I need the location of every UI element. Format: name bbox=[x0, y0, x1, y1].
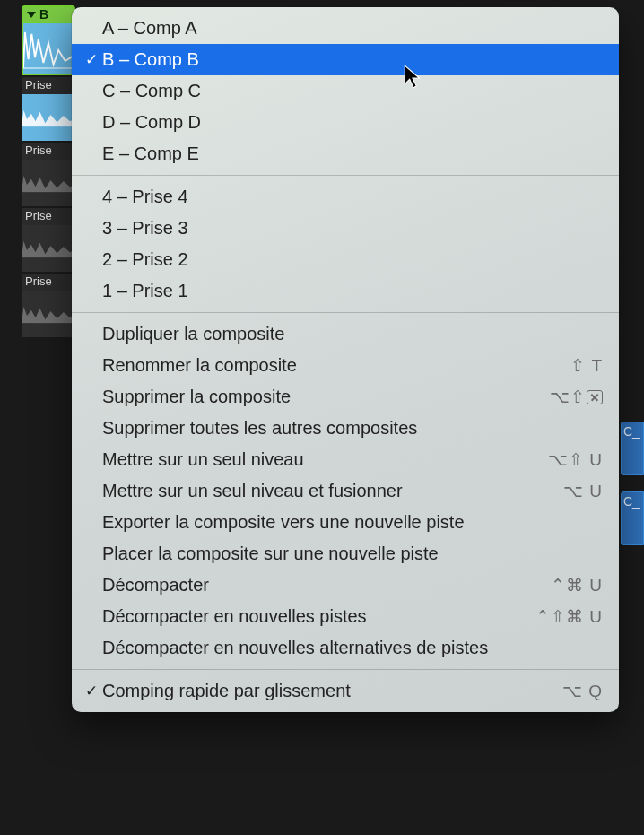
arrange-regions: C_ C_ bbox=[621, 422, 644, 561]
menu-item-label: A – Comp A bbox=[102, 18, 603, 39]
menu-item-move-comp-new-track[interactable]: Placer la composite sur une nouvelle pis… bbox=[72, 538, 619, 570]
menu-divider bbox=[72, 312, 619, 313]
menu-item-comp-b[interactable]: ✓ B – Comp B bbox=[72, 44, 619, 75]
take-waveform[interactable] bbox=[22, 94, 75, 141]
menu-item-label: C – Comp C bbox=[102, 81, 603, 101]
menu-item-label: Comping rapide par glissement bbox=[102, 681, 562, 701]
menu-item-flatten[interactable]: Mettre sur un seul niveau ⌥⇧ U bbox=[72, 444, 619, 475]
take-waveform[interactable] bbox=[22, 291, 75, 337]
menu-item-rename-comp[interactable]: Renommer la composite ⇧ T bbox=[72, 350, 619, 381]
waveform-icon bbox=[22, 239, 75, 258]
audio-region[interactable]: C_ bbox=[621, 422, 644, 475]
check-icon: ✓ bbox=[81, 50, 102, 69]
comp-waveform[interactable] bbox=[22, 23, 75, 75]
menu-item-unpack-new-alternatives[interactable]: Décompacter en nouvelles alternatives de… bbox=[72, 632, 619, 664]
menu-item-label: B – Comp B bbox=[102, 49, 603, 70]
shortcut-label: ⌥ Q bbox=[562, 681, 603, 701]
menu-item-take-3[interactable]: 3 – Prise 3 bbox=[72, 213, 619, 244]
menu-item-label: Mettre sur un seul niveau bbox=[102, 449, 548, 470]
shortcut-label: ⌥⇧ bbox=[550, 387, 603, 407]
menu-item-export-comp-new-track[interactable]: Exporter la composite vers une nouvelle … bbox=[72, 507, 619, 538]
waveform-icon bbox=[22, 109, 75, 127]
menu-item-label: 4 – Prise 4 bbox=[102, 187, 603, 207]
menu-item-duplicate-comp[interactable]: Dupliquer la composite bbox=[72, 318, 619, 350]
menu-item-label: 2 – Prise 2 bbox=[102, 249, 603, 270]
menu-item-label: Mettre sur un seul niveau et fusionner bbox=[102, 481, 563, 501]
menu-item-take-1[interactable]: 1 – Prise 1 bbox=[72, 275, 619, 307]
menu-item-label: Décompacter en nouvelles pistes bbox=[102, 606, 535, 627]
region-label: C_ bbox=[623, 494, 640, 509]
menu-item-label: D – Comp D bbox=[102, 112, 603, 133]
menu-item-label: 1 – Prise 1 bbox=[102, 281, 603, 301]
take-row[interactable]: Prise bbox=[22, 208, 75, 272]
menu-item-label: Renommer la composite bbox=[102, 355, 570, 376]
menu-item-delete-other-comps[interactable]: Supprimer toutes les autres composites bbox=[72, 413, 619, 444]
shortcut-label: ⇧ T bbox=[570, 355, 603, 376]
menu-item-label: E – Comp E bbox=[102, 144, 603, 164]
audio-region[interactable]: C_ bbox=[621, 491, 644, 545]
shortcut-label: ⌥⇧ U bbox=[548, 449, 603, 470]
take-row[interactable]: Prise bbox=[22, 274, 75, 337]
take-label: Prise bbox=[22, 274, 75, 291]
menu-item-label: Placer la composite sur une nouvelle pis… bbox=[102, 544, 603, 564]
menu-item-unpack[interactable]: Décompacter ⌃⌘ U bbox=[72, 570, 619, 601]
take-waveform[interactable] bbox=[22, 160, 75, 206]
take-folder-context-menu: A – Comp A ✓ B – Comp B C – Comp C D – C… bbox=[72, 7, 619, 712]
take-row[interactable]: Prise bbox=[22, 77, 75, 141]
take-row[interactable]: Prise bbox=[22, 143, 75, 206]
menu-item-comp-a[interactable]: A – Comp A bbox=[72, 13, 619, 44]
menu-divider bbox=[72, 175, 619, 176]
check-icon: ✓ bbox=[81, 682, 102, 700]
disclosure-triangle-icon[interactable] bbox=[27, 12, 36, 18]
menu-item-quick-swipe-comping[interactable]: ✓ Comping rapide par glissement ⌥ Q bbox=[72, 675, 619, 707]
menu-item-comp-d[interactable]: D – Comp D bbox=[72, 107, 619, 138]
waveform-icon bbox=[22, 305, 75, 324]
shortcut-label: ⌃⌘ U bbox=[551, 575, 603, 596]
menu-item-comp-e[interactable]: E – Comp E bbox=[72, 138, 619, 170]
menu-item-delete-comp[interactable]: Supprimer la composite ⌥⇧ bbox=[72, 381, 619, 413]
menu-item-label: Dupliquer la composite bbox=[102, 324, 603, 344]
take-folder-header[interactable]: B bbox=[22, 5, 75, 23]
menu-item-flatten-merge[interactable]: Mettre sur un seul niveau et fusionner ⌥… bbox=[72, 475, 619, 507]
menu-item-label: 3 – Prise 3 bbox=[102, 218, 603, 239]
take-label: Prise bbox=[22, 143, 75, 160]
shortcut-label: ⌥ U bbox=[563, 481, 603, 501]
menu-item-label: Supprimer la composite bbox=[102, 387, 550, 407]
waveform-icon bbox=[23, 23, 74, 74]
menu-item-label: Décompacter en nouvelles alternatives de… bbox=[102, 638, 603, 658]
delete-icon bbox=[587, 390, 603, 404]
waveform-icon bbox=[22, 174, 75, 193]
menu-item-label: Exporter la composite vers une nouvelle … bbox=[102, 512, 603, 533]
region-label: C_ bbox=[623, 424, 640, 439]
menu-item-unpack-new-tracks[interactable]: Décompacter en nouvelles pistes ⌃⇧⌘ U bbox=[72, 601, 619, 632]
menu-divider bbox=[72, 669, 619, 670]
menu-item-take-4[interactable]: 4 – Prise 4 bbox=[72, 181, 619, 213]
take-label: Prise bbox=[22, 77, 75, 94]
menu-item-take-2[interactable]: 2 – Prise 2 bbox=[72, 244, 619, 275]
menu-item-comp-c[interactable]: C – Comp C bbox=[72, 75, 619, 107]
shortcut-label: ⌃⇧⌘ U bbox=[535, 606, 603, 627]
menu-item-label: Décompacter bbox=[102, 575, 551, 596]
menu-item-label: Supprimer toutes les autres composites bbox=[102, 418, 603, 439]
take-label: Prise bbox=[22, 208, 75, 225]
take-waveform[interactable] bbox=[22, 225, 75, 272]
take-folder-column: B Prise Prise Prise Prise bbox=[22, 5, 75, 337]
take-folder-title: B bbox=[39, 7, 48, 22]
